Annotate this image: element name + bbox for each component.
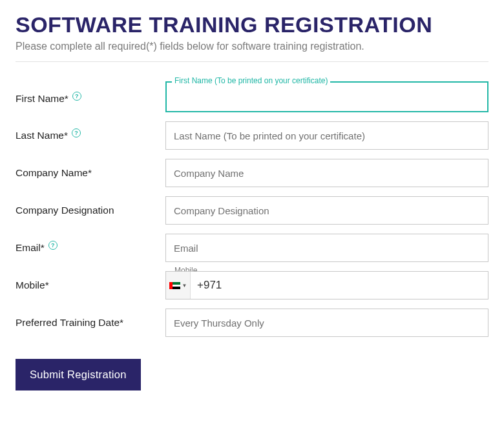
label-mobile-text: Mobile* (16, 279, 49, 291)
input-wrap-company-name (165, 159, 488, 187)
input-wrap-company-designation (165, 196, 488, 225)
label-company-designation-text: Company Designation (16, 205, 114, 216)
label-company-name-text: Company Name* (16, 167, 92, 179)
help-icon[interactable]: ? (72, 128, 81, 137)
last-name-input[interactable] (165, 121, 488, 150)
label-email: Email* ? (16, 242, 165, 254)
row-company-designation: Company Designation (16, 196, 488, 225)
row-preferred-date: Preferred Training Date* (16, 309, 488, 337)
label-last-name: Last Name* ? (16, 130, 165, 141)
email-input[interactable] (165, 234, 488, 262)
label-email-text: Email* (16, 242, 45, 254)
input-wrap-mobile: Mobile ▼ (165, 271, 488, 299)
label-company-name: Company Name* (16, 167, 165, 179)
float-label-first-name: First Name (To be printed on your certif… (172, 76, 330, 85)
row-last-name: Last Name* ? (16, 121, 488, 150)
first-name-input[interactable] (165, 81, 488, 112)
mobile-input[interactable] (191, 272, 488, 299)
input-wrap-email (165, 234, 488, 262)
row-first-name: First Name* ? First Name (To be printed … (16, 85, 488, 112)
label-preferred-date-text: Preferred Training Date* (16, 317, 123, 329)
chevron-down-icon: ▼ (182, 283, 187, 289)
divider (16, 61, 488, 62)
submit-button[interactable]: Submit Registration (16, 359, 141, 391)
mobile-field: ▼ (165, 271, 488, 299)
label-last-name-text: Last Name* (16, 130, 68, 141)
preferred-date-input[interactable] (165, 309, 488, 337)
company-designation-input[interactable] (165, 196, 488, 225)
label-first-name-text: First Name* (16, 93, 68, 105)
country-selector[interactable]: ▼ (166, 272, 191, 299)
form: First Name* ? First Name (To be printed … (16, 85, 488, 391)
label-preferred-date: Preferred Training Date* (16, 317, 165, 329)
row-mobile: Mobile* Mobile ▼ (16, 271, 488, 299)
label-mobile: Mobile* (16, 279, 165, 291)
help-icon[interactable]: ? (72, 92, 81, 101)
row-email: Email* ? (16, 234, 488, 262)
company-name-input[interactable] (165, 159, 488, 187)
page-title: SOFTWARE TRAINING REGISTRATION (16, 13, 488, 37)
page-subtitle: Please complete all required(*) fields b… (16, 41, 488, 52)
row-company-name: Company Name* (16, 159, 488, 187)
help-icon[interactable]: ? (48, 241, 58, 250)
input-wrap-last-name (165, 121, 488, 150)
label-first-name: First Name* ? (16, 93, 165, 105)
flag-icon (169, 282, 180, 289)
submit-row: Submit Registration (16, 359, 488, 391)
input-wrap-preferred-date (165, 309, 488, 337)
label-company-designation: Company Designation (16, 205, 165, 216)
input-wrap-first-name: First Name (To be printed on your certif… (165, 81, 488, 112)
registration-form-page: SOFTWARE TRAINING REGISTRATION Please co… (0, 0, 504, 391)
